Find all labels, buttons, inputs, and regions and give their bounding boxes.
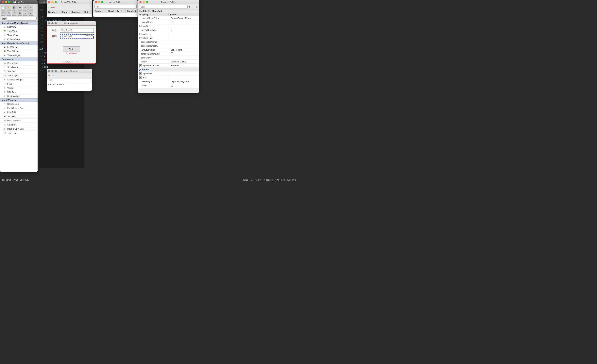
tree-widget-icon: 🌳 <box>3 50 6 53</box>
pe-row-autofill: autoFillBackground <box>138 52 199 56</box>
wb-item-table-widget[interactable]: ⊞ Table Widget <box>0 53 38 57</box>
pe-close-btn[interactable] <box>139 1 141 3</box>
wb-item-combo-box[interactable]: ▾ Combo Box <box>0 102 38 106</box>
whatsthis-expand[interactable]: ▶ <box>139 37 142 39</box>
wb-item-line-edit[interactable]: A Line Edit <box>0 110 38 114</box>
pe-add-btn[interactable]: + <box>189 5 191 9</box>
ae-maximize-btn[interactable] <box>101 1 103 3</box>
account-input[interactable] <box>60 28 94 33</box>
section-item-widgets: Item Widgets (Item-Based) <box>0 41 38 45</box>
layout-h-btn[interactable]: ⊟ <box>6 10 11 15</box>
rb-minimize-btn[interactable] <box>51 70 54 72</box>
property-editor-window: Property Editor + — ⚙ lineEdit_2 : QLine… <box>138 0 199 93</box>
ss-col-signal: Signal <box>60 10 70 14</box>
wb-item-dock-widget[interactable]: ⊞ Dock Widget <box>0 94 38 98</box>
rb-root-item[interactable]: <resource root> <box>48 83 64 85</box>
ae-col-text: Text <box>115 9 126 13</box>
pe-settings-btn[interactable]: ⚙ <box>196 6 198 8</box>
pe-row-tooltip: ▶toolTip <box>138 24 199 28</box>
wb-item-mdi-area[interactable]: ⊟ MDI Area <box>0 90 38 94</box>
save-btn[interactable]: 💾 <box>12 5 17 10</box>
form-titlebar: Form - untitled <box>47 21 96 25</box>
wb-item-widget[interactable]: □ Widget <box>0 86 38 90</box>
rb-refresh-icon[interactable]: ↻ <box>51 74 54 77</box>
wb-item-tree-widget[interactable]: 🌳 Tree Widget <box>0 49 38 53</box>
wb-item-scroll-area[interactable]: ↕ Scroll Area <box>0 65 38 69</box>
wb-item-spin-box[interactable]: ⊞ Spin Box <box>0 123 38 127</box>
form-maximize-btn[interactable] <box>55 22 57 24</box>
pe-maximize-btn[interactable] <box>146 1 148 3</box>
wb-item-table-view[interactable]: ⊞ Table View <box>0 33 38 37</box>
pe-minimize-btn[interactable] <box>142 1 145 3</box>
pe-row-acceptdrops: acceptDrops <box>138 20 199 24</box>
ae-close-btn[interactable] <box>95 1 97 3</box>
maximize-button[interactable] <box>8 1 10 3</box>
open-btn[interactable]: 📂 <box>6 5 11 10</box>
rb-close-btn[interactable] <box>48 70 50 72</box>
signal-slot-titlebar: Signal/Slot Editor <box>47 0 92 4</box>
ss-col-sender: Sender ▼ <box>47 10 60 14</box>
pe-row-accessiblename: accessibleName <box>138 40 199 44</box>
wb-item-group-box[interactable]: ▭ Group Box <box>0 61 38 65</box>
autofill-checkbox[interactable] <box>171 52 173 55</box>
wb-item-list-widget[interactable]: ☰ List Widget <box>0 45 38 49</box>
wb-item-tab-widget[interactable]: 📑 Tab Widget <box>0 74 38 78</box>
layout-v-btn[interactable]: ⊞ <box>12 10 17 15</box>
widget-box-window: Widget Box 📄 📂 💾 ↩ ↪ ✂ ⊞ ⊟ ⊞ ⊠ ✕ ↗ Filte… <box>0 0 38 172</box>
pe-filter-input[interactable] <box>139 5 188 9</box>
redo-btn[interactable]: ↪ <box>23 5 28 10</box>
pe-row-maxlength: maxLength AlignLeft, AlignTop <box>138 79 199 83</box>
time-edit-icon: 🕐 <box>3 132 6 135</box>
ss-close-btn[interactable] <box>48 1 50 3</box>
wb-item-double-spin-box[interactable]: ⊞ Double Spin Box <box>0 127 38 131</box>
wb-item-stacked-widget[interactable]: ⧉ Stacked Widget <box>0 78 38 82</box>
wb-item-tool-box[interactable]: 🔧 Tool Box <box>0 69 38 74</box>
ss-table-header: Sender ▼ Signal Receiver Slot <box>47 10 92 14</box>
wb-item-font-combo-box[interactable]: A▾ Font Combo Box <box>0 106 38 110</box>
wb-item-time-edit[interactable]: 🕐 Time Edit <box>0 131 38 135</box>
ae-minimize-btn[interactable] <box>98 1 100 3</box>
wb-item-plain-text-edit[interactable]: AI Plain Text Edit <box>0 119 38 123</box>
ss-traffic-lights <box>48 1 57 3</box>
rb-filter-input[interactable] <box>48 78 91 82</box>
ss-maximize-btn[interactable] <box>55 1 57 3</box>
text-expand[interactable]: ▶ <box>139 76 142 79</box>
wb-item-tree-view[interactable]: 🌳 Tree View <box>0 29 38 33</box>
accept-drops-checkbox[interactable] <box>171 21 173 23</box>
wb-item-frame[interactable]: ▭ Frame <box>0 82 38 86</box>
minimize-button[interactable] <box>5 1 7 3</box>
new-file-btn[interactable]: 📄 <box>0 5 6 10</box>
login-button[interactable]: 登录 <box>63 46 80 52</box>
layout-grid-btn[interactable]: ⊠ <box>17 10 22 15</box>
ae-filter-input[interactable] <box>94 5 137 8</box>
rb-maximize-btn[interactable] <box>55 70 57 72</box>
ss-remove-btn[interactable]: — <box>51 5 55 9</box>
ss-minimize-btn[interactable] <box>51 1 54 3</box>
tooltip-expand[interactable]: ▶ <box>139 25 142 27</box>
cursor-btn[interactable]: ↗ <box>28 10 33 15</box>
frame-checkbox[interactable] <box>171 84 173 86</box>
wb-item-column-view[interactable]: ⊟ Column View <box>0 37 38 41</box>
form-minimize-btn[interactable] <box>51 22 54 24</box>
combo-box-icon: ▾ <box>3 102 6 106</box>
widget-icon: □ <box>3 86 6 90</box>
inputmask-expand[interactable]: ▶ <box>139 72 142 75</box>
filter-input[interactable] <box>7 17 37 21</box>
wb-item-text-edit[interactable]: AI Text Edit <box>0 114 38 119</box>
statustip-expand[interactable]: ▶ <box>139 33 142 35</box>
cut-btn[interactable]: ✂ <box>28 5 33 10</box>
copy-btn[interactable]: ⊞ <box>0 10 6 15</box>
wb-item-list-view[interactable]: ☰ List View <box>0 25 38 29</box>
pe-remove-btn[interactable]: — <box>191 5 195 9</box>
inputmethd-expand[interactable]: ▶ <box>139 64 142 67</box>
pe-row-text: ▶text <box>138 76 199 79</box>
form-close-btn[interactable] <box>48 22 50 24</box>
qlineedit-annotation: QLineEdit <box>85 35 93 37</box>
ss-table-body <box>47 14 92 17</box>
rb-edit-icon[interactable]: ✎ <box>48 74 50 77</box>
ss-add-btn[interactable]: + <box>48 5 50 9</box>
break-layout-btn[interactable]: ✕ <box>23 10 28 15</box>
close-button[interactable] <box>2 1 4 3</box>
undo-btn[interactable]: ↩ <box>17 5 22 10</box>
status-encoding: UTF-8 <box>255 179 261 181</box>
